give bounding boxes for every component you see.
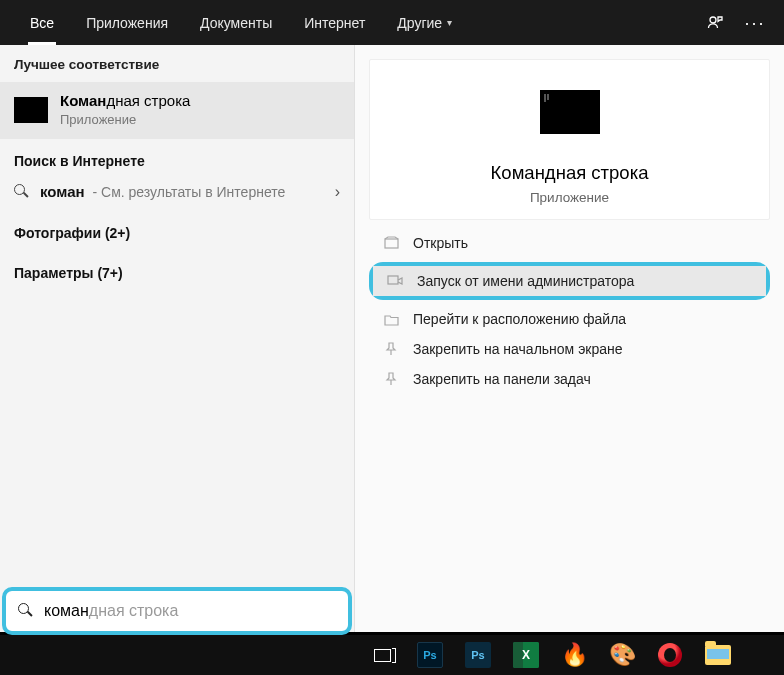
cmd-thumb-icon bbox=[14, 97, 48, 123]
tab-all-label: Все bbox=[30, 15, 54, 31]
action-pin-taskbar[interactable]: Закрепить на панели задач bbox=[369, 364, 770, 394]
preview-title: Командная строка bbox=[386, 162, 753, 184]
search-topbar: Все Приложения Документы Интернет Другие… bbox=[0, 0, 784, 45]
excel-icon: X bbox=[513, 642, 539, 668]
taskbar-app-burner[interactable]: 🔥 bbox=[550, 635, 598, 675]
action-run-admin-label: Запуск от имени администратора bbox=[417, 273, 634, 289]
action-pin-start-label: Закрепить на начальном экране bbox=[413, 341, 623, 357]
tab-other[interactable]: Другие ▾ bbox=[381, 0, 468, 45]
flame-icon: 🔥 bbox=[561, 642, 588, 668]
taskbar-app-opera[interactable] bbox=[646, 635, 694, 675]
svg-rect-2 bbox=[388, 276, 398, 284]
photoshop-icon: Ps bbox=[417, 642, 443, 668]
taskbar: Ps Ps X 🔥 🎨 bbox=[0, 635, 784, 675]
taskbar-app-explorer[interactable] bbox=[694, 635, 742, 675]
task-view-icon bbox=[374, 649, 391, 662]
photoshop-icon: Ps bbox=[465, 642, 491, 668]
best-match-item[interactable]: Командная строка Приложение bbox=[0, 82, 354, 139]
action-pin-start[interactable]: Закрепить на начальном экране bbox=[369, 334, 770, 364]
params-header[interactable]: Параметры (7+) bbox=[0, 251, 354, 291]
pin-taskbar-icon bbox=[383, 371, 399, 387]
taskbar-app-photoshop-1[interactable]: Ps bbox=[406, 635, 454, 675]
search-icon bbox=[18, 603, 34, 619]
feedback-icon[interactable] bbox=[706, 14, 724, 32]
action-open[interactable]: Открыть bbox=[369, 228, 770, 258]
actions-list: Открыть Запуск от имени администратора П… bbox=[369, 228, 770, 394]
best-match-title: Командная строка bbox=[60, 92, 190, 110]
chevron-down-icon: ▾ bbox=[447, 17, 452, 28]
svg-rect-1 bbox=[385, 239, 398, 248]
preview-card: Командная строка Приложение bbox=[369, 59, 770, 220]
tab-all[interactable]: Все bbox=[14, 0, 70, 45]
task-view-button[interactable] bbox=[358, 635, 406, 675]
opera-icon bbox=[658, 643, 682, 667]
folder-icon bbox=[383, 311, 399, 327]
search-typed-text: коман bbox=[44, 602, 89, 619]
tab-documents-label: Документы bbox=[200, 15, 272, 31]
action-open-label: Открыть bbox=[413, 235, 468, 251]
file-explorer-icon bbox=[705, 645, 731, 665]
action-pin-taskbar-label: Закрепить на панели задач bbox=[413, 371, 591, 387]
taskbar-app-excel[interactable]: X bbox=[502, 635, 550, 675]
tab-other-label: Другие bbox=[397, 15, 442, 31]
best-match-header: Лучшее соответствие bbox=[0, 45, 354, 82]
internet-query: коман - См. результаты в Интернете bbox=[40, 183, 285, 200]
details-right-pane: Командная строка Приложение Открыть Запу bbox=[355, 45, 784, 632]
preview-subtitle: Приложение bbox=[386, 190, 753, 205]
chevron-right-icon: › bbox=[335, 183, 340, 201]
internet-search-row[interactable]: коман - См. результаты в Интернете › bbox=[0, 179, 354, 211]
tab-internet-label: Интернет bbox=[304, 15, 365, 31]
tab-internet[interactable]: Интернет bbox=[288, 0, 381, 45]
palette-icon: 🎨 bbox=[609, 642, 636, 668]
admin-icon bbox=[387, 273, 403, 289]
svg-point-0 bbox=[710, 17, 716, 23]
taskbar-app-paint[interactable]: 🎨 bbox=[598, 635, 646, 675]
open-icon bbox=[383, 235, 399, 251]
best-match-subtitle: Приложение bbox=[60, 112, 190, 129]
search-suggestion-text: дная строка bbox=[89, 602, 179, 619]
search-input[interactable]: командная строка bbox=[44, 602, 178, 620]
cmd-large-icon bbox=[540, 90, 600, 134]
action-open-location[interactable]: Перейти к расположению файла bbox=[369, 304, 770, 334]
more-icon[interactable]: ··· bbox=[746, 14, 764, 32]
internet-header: Поиск в Интернете bbox=[0, 139, 354, 179]
search-icon bbox=[14, 184, 30, 200]
run-as-admin-callout: Запуск от имени администратора bbox=[369, 262, 770, 300]
taskbar-app-photoshop-2[interactable]: Ps bbox=[454, 635, 502, 675]
action-open-location-label: Перейти к расположению файла bbox=[413, 311, 626, 327]
pin-start-icon bbox=[383, 341, 399, 357]
tab-apps[interactable]: Приложения bbox=[70, 0, 184, 45]
scope-tabs: Все Приложения Документы Интернет Другие… bbox=[14, 0, 468, 45]
tab-documents[interactable]: Документы bbox=[184, 0, 288, 45]
action-run-admin[interactable]: Запуск от имени администратора bbox=[373, 266, 766, 296]
search-box-callout: командная строка bbox=[2, 587, 352, 635]
results-left-pane: Лучшее соответствие Командная строка При… bbox=[0, 45, 355, 632]
photos-header[interactable]: Фотографии (2+) bbox=[0, 211, 354, 251]
tab-apps-label: Приложения bbox=[86, 15, 168, 31]
